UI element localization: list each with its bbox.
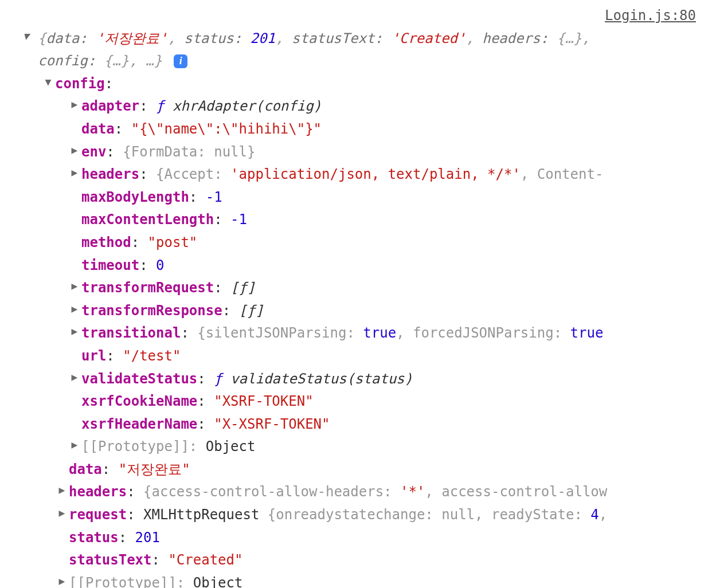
tree-node-config-data[interactable]: ▶ data: "{\"name\":\"hihihi\"}" <box>6 118 698 141</box>
tree-node-transformRequest[interactable]: ▶ transformRequest: [ƒ] <box>6 277 698 300</box>
chevron-down-icon[interactable]: ▼ <box>42 73 54 91</box>
chevron-right-icon[interactable]: ▶ <box>69 96 80 113</box>
tree-node-maxBodyLength[interactable]: ▶ maxBodyLength: -1 <box>6 186 698 209</box>
tree-node-status[interactable]: ▶ status: 201 <box>6 527 698 550</box>
tree-node-transitional[interactable]: ▶ transitional: {silentJSONParsing: true… <box>6 322 698 345</box>
chevron-right-icon[interactable]: ▶ <box>56 481 68 499</box>
chevron-right-icon[interactable]: ▶ <box>69 142 80 159</box>
chevron-right-icon[interactable]: ▶ <box>69 164 80 181</box>
tree-node-headers[interactable]: ▶ headers: {access-control-allow-headers… <box>6 481 698 504</box>
tree-node-prototype[interactable]: ▶ [[Prototype]]: Object <box>6 572 698 588</box>
tree-node-xsrfCookieName[interactable]: ▶ xsrfCookieName: "XSRF-TOKEN" <box>6 390 698 413</box>
chevron-right-icon[interactable]: ▶ <box>56 573 68 588</box>
tree-node-xsrfHeaderName[interactable]: ▶ xsrfHeaderName: "X-XSRF-TOKEN" <box>6 413 698 436</box>
chevron-right-icon[interactable]: ▶ <box>69 277 80 295</box>
object-summary[interactable]: ▼ {data: '저장완료', status: 201, statusText… <box>6 28 698 73</box>
tree-node-config[interactable]: ▼ config: <box>6 73 698 96</box>
tree-node-request[interactable]: ▶ request: XMLHttpRequest {onreadystatec… <box>6 504 698 527</box>
chevron-right-icon[interactable]: ▶ <box>69 369 80 386</box>
tree-node-timeout[interactable]: ▶ timeout: 0 <box>6 254 698 277</box>
info-icon[interactable]: i <box>174 54 187 68</box>
source-link-row: Login.js:80 <box>6 5 698 28</box>
tree-node-transformResponse[interactable]: ▶ transformResponse: [ƒ] <box>6 300 698 323</box>
source-link[interactable]: Login.js:80 <box>605 7 696 23</box>
chevron-right-icon[interactable]: ▶ <box>69 323 80 340</box>
tree-node-config-prototype[interactable]: ▶ [[Prototype]]: Object <box>6 436 698 458</box>
tree-node-url[interactable]: ▶ url: "/test" <box>6 345 698 368</box>
tree-node-adapter[interactable]: ▶ adapter: ƒ xhrAdapter(config) <box>6 95 698 118</box>
tree-node-data[interactable]: ▶ data: "저장완료" <box>6 458 698 481</box>
key-config: config <box>55 76 105 92</box>
tree-node-validateStatus[interactable]: ▶ validateStatus: ƒ validateStatus(statu… <box>6 368 698 391</box>
chevron-right-icon[interactable]: ▶ <box>69 436 80 453</box>
chevron-right-icon[interactable]: ▶ <box>56 504 68 522</box>
tree-node-statusText[interactable]: ▶ statusText: "Created" <box>6 549 698 572</box>
expand-toggle-icon[interactable]: ▼ <box>23 28 29 45</box>
tree-node-env[interactable]: ▶ env: {FormData: null} <box>6 141 698 164</box>
tree-node-method[interactable]: ▶ method: "post" <box>6 232 698 254</box>
tree-node-config-headers[interactable]: ▶ headers: {Accept: 'application/json, t… <box>6 163 698 186</box>
chevron-right-icon[interactable]: ▶ <box>69 300 80 317</box>
tree-node-maxContentLength[interactable]: ▶ maxContentLength: -1 <box>6 209 698 232</box>
